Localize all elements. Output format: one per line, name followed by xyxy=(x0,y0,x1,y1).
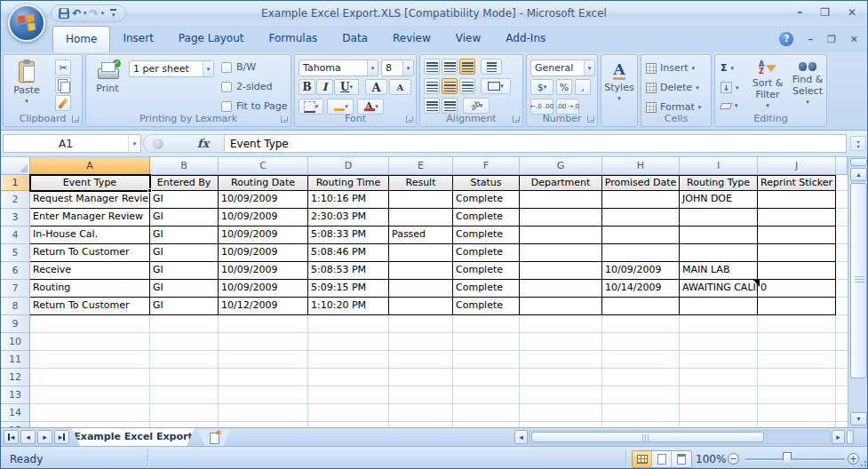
per-sheet-dropdown[interactable]: 1 per sheet ▾ xyxy=(129,60,214,77)
middle-align-button[interactable] xyxy=(442,59,458,75)
row-header-8[interactable]: 8 xyxy=(1,298,30,315)
cell-J1[interactable]: Reprint Sticker xyxy=(758,175,836,191)
insert-cells-button[interactable]: Insert ▾ xyxy=(646,62,695,74)
cell-E4[interactable]: Passed xyxy=(389,227,453,244)
row-header-13[interactable]: 13 xyxy=(1,386,30,404)
cell-D3[interactable]: 2:30:03 PM xyxy=(308,209,389,227)
cell-I6[interactable]: MAIN LAB xyxy=(680,262,758,280)
align-left-button[interactable] xyxy=(424,78,440,94)
increase-indent-button[interactable] xyxy=(442,98,458,114)
first-sheet-button[interactable]: ◂ xyxy=(4,430,19,444)
top-align-button[interactable] xyxy=(424,59,440,75)
cell-F5[interactable]: Complete xyxy=(453,244,520,262)
alignment-dialog-launcher-icon[interactable] xyxy=(513,115,520,123)
cell-I11[interactable] xyxy=(680,351,758,369)
center-button[interactable] xyxy=(442,78,458,94)
formula-input[interactable]: Event Type xyxy=(225,134,847,153)
cell-B7[interactable]: GI xyxy=(150,280,219,298)
cell-F2[interactable]: Complete xyxy=(453,191,520,209)
row-header-2[interactable]: 2 xyxy=(1,191,30,209)
cell-C3[interactable]: 10/09/2009 xyxy=(219,209,308,227)
column-header-A[interactable]: A xyxy=(30,157,150,175)
cell-A10[interactable] xyxy=(30,333,150,351)
row-header-9[interactable]: 9 xyxy=(1,315,30,333)
cell-E8[interactable] xyxy=(389,298,453,315)
cell-B9[interactable] xyxy=(150,315,219,333)
cell-H11[interactable] xyxy=(602,351,680,369)
cell-B10[interactable] xyxy=(150,333,219,351)
cell-C14[interactable] xyxy=(219,404,308,422)
cell-G12[interactable] xyxy=(520,369,602,386)
cell-A12[interactable] xyxy=(30,369,150,386)
cell-filler[interactable] xyxy=(836,175,848,191)
cell-G4[interactable] xyxy=(520,227,602,244)
cell-C10[interactable] xyxy=(219,333,308,351)
cell-J4[interactable] xyxy=(758,227,836,244)
cell-J10[interactable] xyxy=(758,333,836,351)
cell-H6[interactable]: 10/09/2009 xyxy=(602,262,680,280)
row-header-10[interactable]: 10 xyxy=(1,333,30,351)
tab-page-layout[interactable]: Page Layout xyxy=(166,26,257,52)
cell-H13[interactable] xyxy=(602,386,680,404)
cell-G10[interactable] xyxy=(520,333,602,351)
cell-E9[interactable] xyxy=(389,315,453,333)
restore-button[interactable]: ❐ xyxy=(820,6,830,19)
merge-center-button[interactable]: ▾ xyxy=(481,78,511,94)
scroll-down-button[interactable]: ▾ xyxy=(850,412,867,425)
cell-G7[interactable] xyxy=(520,280,602,298)
printing-dialog-launcher-icon[interactable] xyxy=(281,115,288,123)
cell-D2[interactable]: 1:10:16 PM xyxy=(308,191,389,209)
font-size-combo[interactable]: 8 ▾ xyxy=(381,60,414,76)
cell-F7[interactable]: Complete xyxy=(453,280,520,298)
cell-G9[interactable] xyxy=(520,315,602,333)
number-dialog-launcher-icon[interactable] xyxy=(587,115,594,123)
cell-B14[interactable] xyxy=(150,404,219,422)
cell-E1[interactable]: Result xyxy=(389,175,453,191)
vertical-scroll-thumb[interactable] xyxy=(850,183,867,378)
cell-B13[interactable] xyxy=(150,386,219,404)
cell-H9[interactable] xyxy=(602,315,680,333)
cell-F14[interactable] xyxy=(453,404,520,422)
cell-G14[interactable] xyxy=(520,404,602,422)
paste-button[interactable]: Paste ▾ xyxy=(8,58,45,115)
cell-filler[interactable] xyxy=(836,244,848,262)
sheet-tab-active[interactable]: Example Excel Export xyxy=(72,428,195,446)
tab-data[interactable]: Data xyxy=(330,26,380,52)
cell-H12[interactable] xyxy=(602,369,680,386)
percent-style-button[interactable]: % xyxy=(556,79,572,95)
cell-C13[interactable] xyxy=(219,386,308,404)
grow-font-button[interactable]: A xyxy=(365,79,387,95)
cell-A3[interactable]: Enter Manager Review xyxy=(30,209,150,227)
tab-split-handle[interactable] xyxy=(847,430,854,444)
cell-J2[interactable] xyxy=(758,191,836,209)
font-dialog-launcher-icon[interactable] xyxy=(406,115,413,123)
workbook-restore-button[interactable]: ❐ xyxy=(827,34,836,45)
cell-E14[interactable] xyxy=(389,404,453,422)
cell-filler[interactable] xyxy=(836,386,848,404)
fill-button[interactable]: ↓ ▾ xyxy=(721,82,739,93)
autosum-button[interactable]: Σ ▾ xyxy=(721,62,734,74)
column-header-E[interactable]: E xyxy=(389,157,453,175)
cell-I9[interactable] xyxy=(680,315,758,333)
row-header-6[interactable]: 6 xyxy=(1,262,30,280)
cell-A5[interactable]: Return To Customer xyxy=(30,244,150,262)
cell-B5[interactable]: GI xyxy=(150,244,219,262)
cell-I3[interactable] xyxy=(680,209,758,227)
cell-filler[interactable] xyxy=(836,227,848,244)
cell-A14[interactable] xyxy=(30,404,150,422)
clear-button[interactable]: ▾ xyxy=(721,102,738,109)
page-break-view-button[interactable] xyxy=(672,451,691,467)
cell-F6[interactable]: Complete xyxy=(453,262,520,280)
tab-review[interactable]: Review xyxy=(380,26,443,52)
cell-H2[interactable] xyxy=(602,191,680,209)
two-sided-checkbox[interactable] xyxy=(221,82,232,92)
zoom-out-button[interactable]: − xyxy=(728,453,739,465)
cell-E12[interactable] xyxy=(389,369,453,386)
cell-D8[interactable]: 1:10:20 PM xyxy=(308,298,389,315)
cell-F12[interactable] xyxy=(453,369,520,386)
format-painter-button[interactable] xyxy=(55,95,71,111)
cell-J3[interactable] xyxy=(758,209,836,227)
cell-I4[interactable] xyxy=(680,227,758,244)
cell-D1[interactable]: Routing Time xyxy=(308,175,389,191)
cell-E13[interactable] xyxy=(389,386,453,404)
